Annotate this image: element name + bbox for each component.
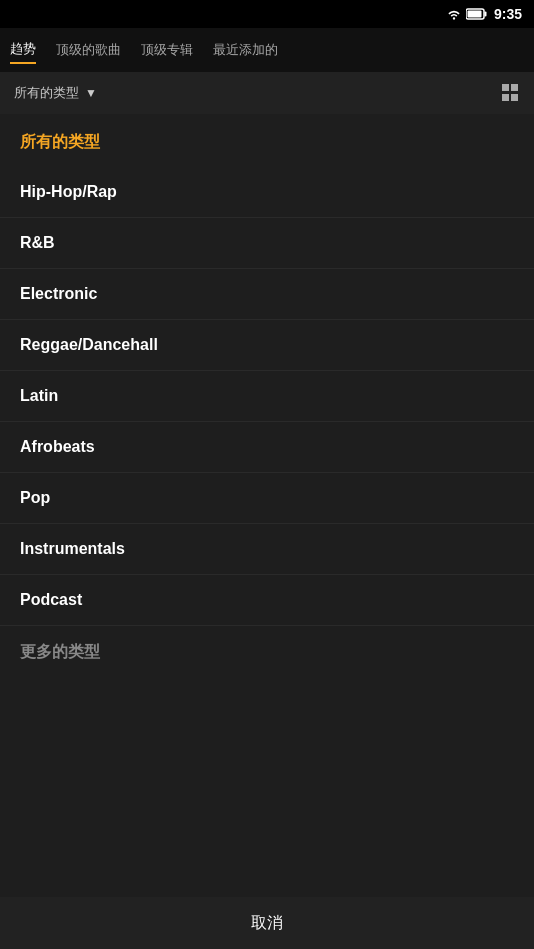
filter-label: 所有的类型: [14, 84, 79, 102]
genre-item-instrumentals[interactable]: Instrumentals: [0, 524, 534, 575]
svg-rect-2: [467, 11, 481, 18]
genre-item-podcast[interactable]: Podcast: [0, 575, 534, 626]
genre-item-pop[interactable]: Pop: [0, 473, 534, 524]
status-bar: 9:35: [0, 0, 534, 28]
genre-item-afrobeats[interactable]: Afrobeats: [0, 422, 534, 473]
genre-item-reggae[interactable]: Reggae/Dancehall: [0, 320, 534, 371]
genre-item-more[interactable]: 更多的类型: [0, 626, 534, 679]
genre-item-electronic[interactable]: Electronic: [0, 269, 534, 320]
filter-bar: 所有的类型 ▼: [0, 72, 534, 114]
status-icons: [446, 8, 488, 20]
tab-trending[interactable]: 趋势: [10, 36, 36, 64]
filter-dropdown[interactable]: 所有的类型 ▼: [14, 84, 97, 102]
genre-item-rnb[interactable]: R&B: [0, 218, 534, 269]
dropdown-header: 所有的类型: [0, 114, 534, 167]
genre-item-hip-hop-rap[interactable]: Hip-Hop/Rap: [0, 167, 534, 218]
wifi-icon: [446, 8, 462, 20]
cancel-bar[interactable]: 取消: [0, 897, 534, 949]
cancel-label: 取消: [251, 913, 283, 934]
genre-dropdown-overlay: 所有的类型 Hip-Hop/Rap R&B Electronic Reggae/…: [0, 114, 534, 949]
genre-item-latin[interactable]: Latin: [0, 371, 534, 422]
tab-top-albums[interactable]: 顶级专辑: [141, 37, 193, 63]
dropdown-arrow-icon: ▼: [85, 86, 97, 100]
nav-tabs: 趋势 顶级的歌曲 顶级专辑 最近添加的: [0, 28, 534, 72]
grid-view-icon[interactable]: [502, 84, 520, 102]
tab-top-songs[interactable]: 顶级的歌曲: [56, 37, 121, 63]
battery-icon: [466, 8, 488, 20]
tab-recently-added[interactable]: 最近添加的: [213, 37, 278, 63]
status-time: 9:35: [494, 6, 522, 22]
svg-rect-1: [484, 12, 486, 17]
